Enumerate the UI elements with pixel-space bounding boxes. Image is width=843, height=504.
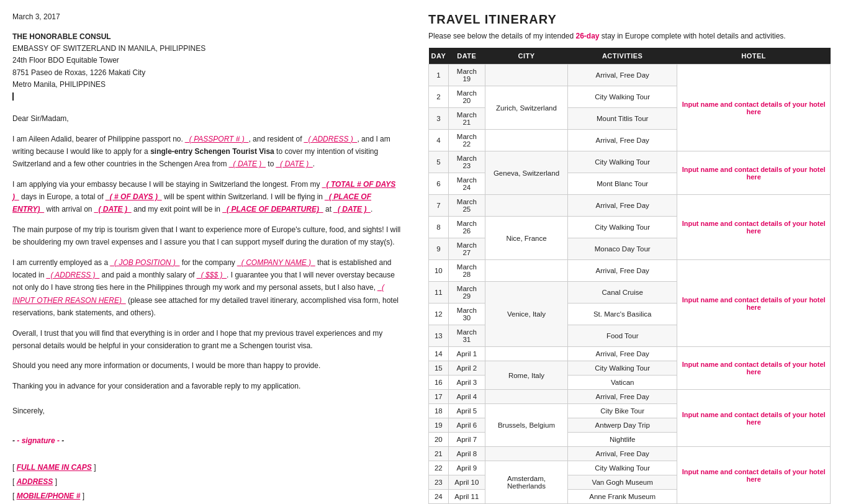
cell-activity: Monaco Day Tour xyxy=(568,238,677,260)
p1-date1: _( DATE )_ xyxy=(229,160,266,168)
cell-day: 9 xyxy=(429,238,449,260)
recipient-title: THE HONORABLE CONSUL xyxy=(12,31,403,43)
cell-activity: Vatican xyxy=(568,376,677,390)
col-hotel: HOTEL xyxy=(677,48,831,65)
paragraph-6: Should you need any more information or … xyxy=(12,359,403,372)
cell-date: April 5 xyxy=(448,404,485,418)
paragraph-2: I am applying via your embassy because I… xyxy=(12,178,403,216)
footer-fullname-bracket-open: [ xyxy=(12,463,17,472)
cell-day: 5 xyxy=(429,151,449,173)
cell-day: 2 xyxy=(429,86,449,108)
cell-date: March 25 xyxy=(448,195,485,217)
cell-day: 3 xyxy=(429,108,449,130)
cell-date: April 1 xyxy=(448,347,485,361)
p4-a: I am currently employed as a xyxy=(12,258,110,267)
cell-day: 20 xyxy=(429,433,449,447)
recipient-line4: Metro Manila, PHILIPPINES xyxy=(12,79,403,91)
itinerary-subtitle: Please see below the details of my inten… xyxy=(428,32,831,40)
cell-date: March 23 xyxy=(448,151,485,173)
cell-day: 15 xyxy=(429,361,449,376)
cell-city: Zurich, Switzerland xyxy=(485,86,567,130)
cell-activity: Antwerp Day Trip xyxy=(568,418,677,433)
cell-day: 22 xyxy=(429,461,449,475)
footer-phone-bracket-open: [ xyxy=(12,492,17,500)
p2-e: and my exit point will be in xyxy=(132,205,223,214)
cell-activity: Arrival, Free Day xyxy=(568,347,677,361)
cell-date: March 30 xyxy=(448,304,485,325)
recipient-line1: EMBASSY OF SWITZERLAND IN MANILA, PHILIP… xyxy=(12,43,403,55)
cell-activity: City Walking Tour xyxy=(568,461,677,475)
cell-date: March 20 xyxy=(448,86,485,108)
footer-phone-row: [ MOBILE/PHONE # ] xyxy=(12,489,403,503)
cell-city: Venice, Italy xyxy=(485,282,567,347)
cell-day: 12 xyxy=(429,304,449,325)
letter-date: March 3, 2017 xyxy=(12,12,403,21)
cell-day: 1 xyxy=(429,65,449,86)
cell-date: April 3 xyxy=(448,376,485,390)
cell-hotel: Input name and contact details of your h… xyxy=(677,65,831,151)
cell-date: March 22 xyxy=(448,130,485,151)
p2-c: will be spent within Switzerland. I will… xyxy=(162,192,325,201)
table-row: 17April 4Arrival, Free DayInput name and… xyxy=(429,390,831,404)
footer-block: [ FULL NAME IN CAPS ] [ ADDRESS ] [ MOBI… xyxy=(12,461,403,503)
cell-date: March 24 xyxy=(448,173,485,195)
paragraph-1: I am Aileen Adalid, bearer of Philippine… xyxy=(12,133,403,171)
cell-activity: Arrival, Free Day xyxy=(568,65,677,86)
footer-fullname-row: [ FULL NAME IN CAPS ] xyxy=(12,461,403,475)
table-row: 7March 25Arrival, Free DayInput name and… xyxy=(429,195,831,217)
cell-activity: Food Tour xyxy=(568,325,677,347)
cell-activity: Arrival, Free Day xyxy=(568,447,677,461)
cell-day: 10 xyxy=(429,260,449,282)
p1-date2: _( DATE )_ xyxy=(276,160,313,168)
recipient-address: THE HONORABLE CONSUL EMBASSY OF SWITZERL… xyxy=(12,31,403,102)
p1-bold: single-entry Schengen Tourist Visa xyxy=(150,147,274,156)
cell-day: 6 xyxy=(429,173,449,195)
cell-day: 17 xyxy=(429,390,449,404)
table-row: 5March 23Geneva, SwitzerlandCity Walking… xyxy=(429,151,831,173)
p4-d: and paid a monthly salary of xyxy=(99,271,197,279)
cell-date: March 28 xyxy=(448,260,485,282)
subtitle-a: Please see below the details of my inten… xyxy=(428,32,575,40)
p2-date: _( DATE )_ xyxy=(94,205,132,214)
cell-city: Rome, Italy xyxy=(485,361,567,390)
cell-date: April 4 xyxy=(448,390,485,404)
cell-activity: Nightlife xyxy=(568,433,677,447)
paragraph-3: The main purpose of my trip is tourism g… xyxy=(12,223,403,249)
letter-section: March 3, 2017 THE HONORABLE CONSUL EMBAS… xyxy=(12,12,410,504)
p1-a: I am Aileen Adalid, bearer of Philippine… xyxy=(12,135,185,143)
table-row: 10March 28Arrival, Free DayInput name an… xyxy=(429,260,831,282)
cell-city xyxy=(485,390,567,404)
paragraph-4: I am currently employed as a _( JOB POSI… xyxy=(12,256,403,320)
cursor-indicator xyxy=(12,91,403,102)
footer-address-row: [ ADDRESS ] xyxy=(12,475,403,489)
recipient-line3: 8751 Paseo de Roxas, 1226 Makati City xyxy=(12,67,403,79)
cell-activity: Mount Titlis Tour xyxy=(568,108,677,130)
cell-activity: Van Gogh Museum xyxy=(568,475,677,490)
table-row: 21April 8Arrival, Free DayInput name and… xyxy=(429,447,831,461)
cell-date: March 21 xyxy=(448,108,485,130)
p1-address: _( ADDRESS )_ xyxy=(304,135,358,143)
p4-address: _( ADDRESS )_ xyxy=(47,271,100,279)
cell-city: Nice, France xyxy=(485,217,567,260)
itinerary-section: TRAVEL ITINERARY Please see below the de… xyxy=(428,12,831,504)
cell-hotel: Input name and contact details of your h… xyxy=(677,151,831,195)
cell-activity: Canal Cruise xyxy=(568,282,677,304)
p1-e: to xyxy=(266,160,276,168)
cell-activity: City Walking Tour xyxy=(568,361,677,376)
signature-text: - signature - xyxy=(17,436,60,445)
cell-date: April 9 xyxy=(448,461,485,475)
p2-date2: _( DATE )_ xyxy=(333,205,371,214)
cell-day: 18 xyxy=(429,404,449,418)
footer-phone: MOBILE/PHONE # xyxy=(17,492,81,500)
cell-date: April 6 xyxy=(448,418,485,433)
footer-fullname-bracket-close: ] xyxy=(92,463,96,472)
signature-block: Sincerely, - - signature - - xyxy=(12,403,403,448)
footer-address-bracket-close: ] xyxy=(53,477,57,486)
p2-g: . xyxy=(371,205,372,214)
itinerary-title: TRAVEL ITINERARY xyxy=(428,12,831,27)
cell-activity: City Bike Tour xyxy=(568,404,677,418)
p4-b: for the company xyxy=(179,258,237,267)
cell-day: 14 xyxy=(429,347,449,361)
cell-day: 24 xyxy=(429,490,449,504)
p1-b: , and resident of xyxy=(248,135,304,143)
